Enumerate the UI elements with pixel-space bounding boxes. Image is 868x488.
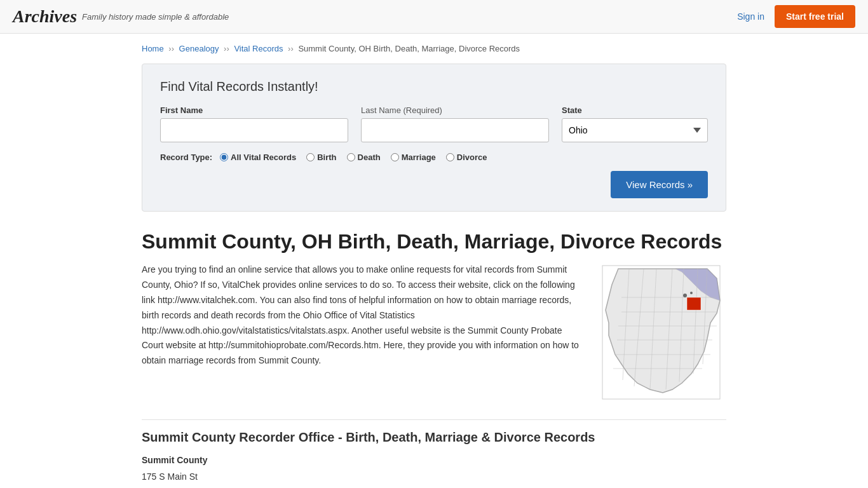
breadcrumb-sep-1: ›› bbox=[168, 44, 176, 53]
record-type-row: Record Type: All Vital Records Birth Dea… bbox=[160, 152, 708, 162]
page-title: Summit County, OH Birth, Death, Marriage… bbox=[142, 229, 726, 254]
address-line1: 175 S Main St bbox=[142, 469, 726, 485]
breadcrumb-vital-records[interactable]: Vital Records bbox=[234, 44, 283, 53]
first-name-group: First Name bbox=[160, 105, 348, 142]
breadcrumb-home[interactable]: Home bbox=[142, 44, 164, 53]
search-box: Find Vital Records Instantly! First Name… bbox=[142, 64, 726, 212]
first-name-input[interactable] bbox=[160, 118, 348, 142]
record-type-label: Record Type: bbox=[160, 152, 212, 162]
logo-area: Archives Family history made simple & af… bbox=[13, 6, 229, 27]
svg-rect-14 bbox=[687, 297, 701, 310]
breadcrumb: Home ›› Genealogy ›› Vital Records ›› Su… bbox=[142, 44, 726, 53]
svg-point-16 bbox=[690, 292, 693, 294]
office-name: Summit County bbox=[142, 452, 726, 468]
breadcrumb-sep-2: ›› bbox=[224, 44, 231, 53]
last-name-group: Last Name (Required) bbox=[361, 105, 549, 142]
last-name-label: Last Name (Required) bbox=[361, 105, 549, 115]
breadcrumb-sep-3: ›› bbox=[288, 44, 295, 53]
ohio-map-svg bbox=[599, 262, 726, 402]
first-name-label: First Name bbox=[160, 105, 348, 115]
svg-point-15 bbox=[683, 294, 687, 297]
address-line2: Akron, OH 44308-1355 bbox=[142, 485, 726, 488]
site-logo: Archives bbox=[13, 6, 77, 27]
last-name-input[interactable] bbox=[361, 118, 549, 142]
breadcrumb-current: Summit County, OH Birth, Death, Marriage… bbox=[298, 44, 520, 53]
site-tagline: Family history made simple & affordable bbox=[82, 12, 229, 22]
search-actions: View Records » bbox=[160, 171, 708, 198]
site-header: Archives Family history made simple & af… bbox=[0, 0, 868, 34]
radio-death[interactable]: Death bbox=[347, 152, 381, 162]
state-label: State bbox=[562, 105, 708, 115]
state-select[interactable]: All United States Alabama Alaska Arizona… bbox=[562, 118, 708, 142]
radio-divorce[interactable]: Divorce bbox=[446, 152, 487, 162]
header-actions: Sign in Start free trial bbox=[737, 5, 855, 28]
main-content: Home ›› Genealogy ›› Vital Records ›› Su… bbox=[129, 34, 739, 488]
section-title: Summit County Recorder Office - Birth, D… bbox=[142, 419, 726, 445]
search-title: Find Vital Records Instantly! bbox=[160, 79, 708, 94]
content-description: Are you trying to find an online service… bbox=[142, 262, 584, 404]
radio-birth[interactable]: Birth bbox=[306, 152, 336, 162]
description-paragraph: Are you trying to find an online service… bbox=[142, 262, 584, 369]
sign-in-link[interactable]: Sign in bbox=[737, 11, 764, 22]
content-with-map: Are you trying to find an online service… bbox=[142, 262, 726, 404]
form-fields: First Name Last Name (Required) State Al… bbox=[160, 105, 708, 142]
ohio-map-container bbox=[599, 262, 726, 404]
view-records-button[interactable]: View Records » bbox=[611, 171, 708, 198]
radio-marriage[interactable]: Marriage bbox=[391, 152, 436, 162]
breadcrumb-genealogy[interactable]: Genealogy bbox=[179, 44, 219, 53]
start-trial-button[interactable]: Start free trial bbox=[775, 5, 855, 28]
radio-all-vital[interactable]: All Vital Records bbox=[220, 152, 296, 162]
state-group: State All United States Alabama Alaska A… bbox=[562, 105, 708, 142]
office-info: Summit County 175 S Main St Akron, OH 44… bbox=[142, 452, 726, 488]
